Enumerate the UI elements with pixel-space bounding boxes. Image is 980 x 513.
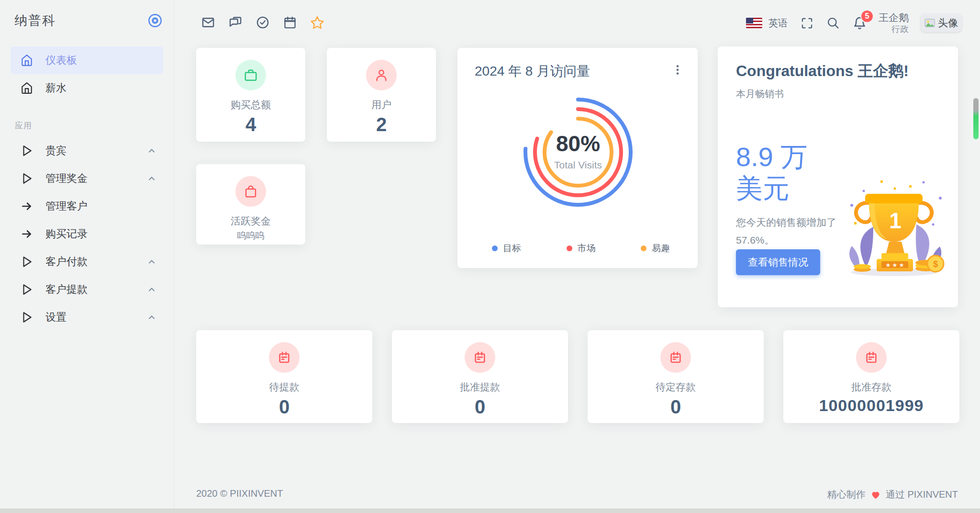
mail-shortcut-button[interactable]	[201, 15, 215, 30]
dashboard-page: 纳普科 仪表板 薪水 应用 贵宾 管理奖金	[0, 0, 980, 513]
arrow-right-icon	[21, 228, 33, 240]
calendar-note-icon	[864, 350, 879, 365]
search-icon	[826, 16, 840, 30]
footer-copyright: 2020 © PIIXINVENT	[196, 488, 283, 499]
chevron-up-icon	[147, 257, 156, 267]
sidebar-item-salary[interactable]: 薪水	[11, 74, 163, 102]
stat-value: 4	[245, 114, 256, 135]
play-icon	[21, 283, 33, 296]
calendar-shortcut-button[interactable]	[283, 15, 297, 30]
sidebar-item-customer-payments[interactable]: 客户付款	[11, 248, 163, 276]
sidebar-item-purchase-records[interactable]: 购买记录	[11, 220, 163, 248]
legend-item-ebay[interactable]: 易趣	[641, 242, 670, 255]
notification-badge: 5	[860, 10, 874, 23]
sidebar-section-label: 应用	[15, 120, 174, 131]
scrollbar-thumb[interactable]	[973, 98, 979, 139]
calendar-note-icon	[668, 350, 683, 365]
navbar: 英语 5 王企鹅 行政 头像	[174, 0, 980, 46]
stat-card-pending-withdrawals: 待提款 0	[196, 330, 372, 423]
notifications-button[interactable]: 5	[852, 16, 867, 30]
play-icon	[21, 145, 33, 157]
fullscreen-button[interactable]	[800, 16, 814, 30]
congrats-subtitle: 本月畅销书	[736, 88, 784, 100]
stat-icon-circle	[465, 342, 495, 373]
stat-icon-circle	[660, 342, 691, 373]
radial-bar-chart: 80% Total Visits	[501, 76, 655, 229]
chevron-up-icon	[147, 146, 156, 156]
us-flag-icon	[746, 18, 762, 28]
play-icon	[21, 311, 33, 323]
chat-shortcut-button[interactable]	[228, 15, 243, 30]
stat-card-approved-deposits: 批准存款 10000001999	[783, 330, 959, 423]
stat-value: 0	[279, 396, 290, 418]
stat-card-users: 用户 2	[327, 48, 436, 142]
sidebar-item-manage-customers[interactable]: 管理客户	[11, 192, 163, 220]
chart-center-value: 80%	[556, 131, 600, 156]
user-name: 王企鹅	[879, 11, 909, 24]
home-icon	[21, 82, 33, 94]
stat-card-pending-deposits: 待定存款 0	[588, 330, 764, 423]
stat-label: 待定存款	[656, 380, 696, 394]
broken-image-icon	[924, 19, 935, 27]
navbar-shortcuts	[201, 15, 324, 30]
sidebar-collapse-toggle[interactable]	[145, 11, 165, 31]
stat-value: 0	[670, 396, 681, 418]
legend-dot	[567, 245, 572, 251]
visits-chart-card: 2024 年 8 月访问量 80% Total Visits 目标 市场	[457, 48, 698, 268]
sidebar-item-label: 薪水	[45, 81, 67, 95]
stat-label: 批准存款	[851, 380, 891, 394]
legend-item-market[interactable]: 市场	[567, 242, 596, 255]
heart-icon	[870, 490, 881, 500]
chart-center-label: Total Visits	[554, 159, 602, 170]
sidebar-item-label: 仪表板	[45, 53, 77, 67]
legend-label: 目标	[503, 242, 521, 255]
chevron-up-icon	[147, 174, 156, 183]
sales-increase-text: 您今天的销售额增加了 57.6%。	[736, 214, 836, 249]
sidebar-item-customer-withdrawals[interactable]: 客户提款	[11, 276, 163, 303]
card-menu-button[interactable]	[669, 61, 686, 78]
legend-item-target[interactable]: 目标	[492, 242, 521, 255]
footer-by: 通过 PIXINVENT	[886, 488, 958, 501]
sidebar-item-label: 贵宾	[45, 144, 67, 158]
stat-label: 待提款	[269, 380, 300, 394]
language-label: 英语	[768, 17, 788, 30]
avatar[interactable]: 头像	[921, 14, 962, 32]
mail-icon	[201, 16, 215, 29]
stat-icon-circle	[366, 60, 397, 90]
search-button[interactable]	[826, 16, 840, 30]
sidebar-item-label: 管理客户	[45, 199, 88, 213]
sales-amount: 8.9 万 美元	[736, 141, 807, 204]
stat-icon-circle	[269, 342, 300, 373]
svg-text:$: $	[933, 259, 938, 269]
sidebar-item-label: 客户付款	[45, 255, 88, 269]
bottom-edge-strip	[0, 509, 980, 513]
trophy-illustration: 1 ★ ★ ★ $	[837, 172, 952, 279]
stat-icon-circle	[235, 176, 266, 207]
brand-name[interactable]: 纳普科	[14, 12, 56, 29]
stat-icon-circle	[856, 342, 887, 373]
star-icon	[310, 15, 324, 30]
stat-label: 用户	[371, 98, 391, 112]
brand: 纳普科	[14, 11, 165, 31]
trophy-rank: 1	[889, 208, 902, 233]
favorites-shortcut-button[interactable]	[310, 15, 324, 30]
tasks-shortcut-button[interactable]	[256, 15, 270, 30]
view-sales-button[interactable]: 查看销售情况	[736, 249, 820, 275]
stat-card-approved-withdrawals: 批准提款 0	[392, 330, 568, 423]
play-icon	[21, 172, 33, 185]
svg-text:★ ★ ★: ★ ★ ★	[886, 262, 904, 268]
sidebar-item-manage-bonus[interactable]: 管理奖金	[11, 165, 163, 192]
check-circle-icon	[256, 16, 269, 29]
stat-card-active-bonus: 活跃奖金 呜呜呜	[196, 164, 305, 245]
user-menu[interactable]: 王企鹅 行政	[879, 11, 909, 35]
avatar-alt-text: 头像	[938, 16, 958, 30]
sidebar-item-dashboard[interactable]: 仪表板	[11, 46, 163, 74]
sidebar-item-label: 管理奖金	[45, 171, 88, 186]
sidebar-item-vip[interactable]: 贵宾	[11, 137, 163, 165]
arrow-right-icon	[21, 200, 33, 212]
calendar-note-icon	[277, 350, 291, 365]
sidebar-item-settings[interactable]: 设置	[11, 303, 163, 331]
language-selector[interactable]: 英语	[746, 17, 788, 30]
chevron-up-icon	[147, 312, 156, 322]
disc-icon	[147, 13, 163, 28]
